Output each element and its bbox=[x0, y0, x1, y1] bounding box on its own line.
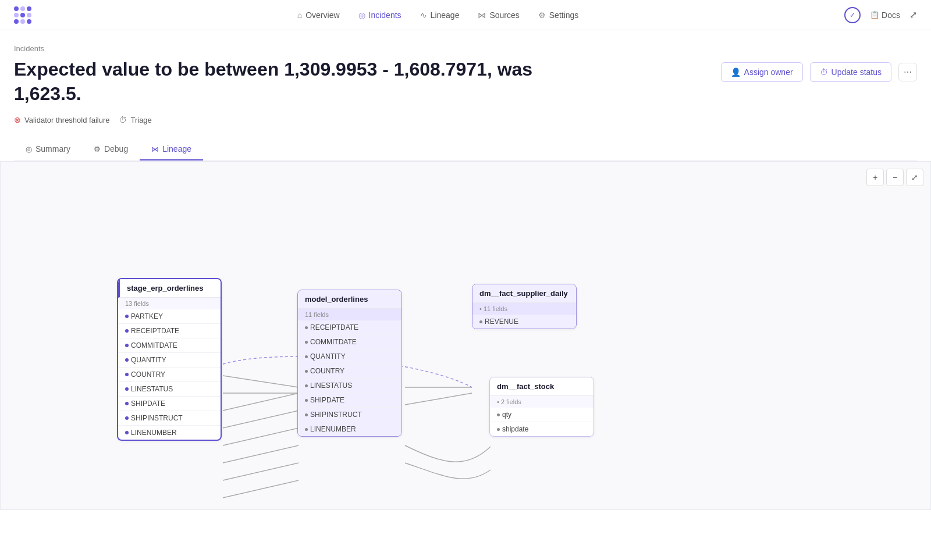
node-field: qty bbox=[490, 408, 594, 422]
bullet-dot2: • bbox=[497, 398, 501, 405]
node-dm-stock-fields-count: • 2 fields bbox=[490, 396, 594, 408]
node-field: RECEIPTDATE bbox=[118, 324, 221, 338]
lineage-canvas[interactable]: + − ⤢ stage_erp_orderlines 13 fields PAR… bbox=[0, 161, 931, 510]
incident-tabs: ◎ Summary ⚙ Debug ⋈ Lineage bbox=[14, 138, 917, 160]
node-field: SHIPDATE bbox=[298, 393, 401, 408]
node-dm-fact-supplier-daily[interactable]: dm__fact_supplier_daily • 11 fields REVE… bbox=[472, 284, 577, 329]
debug-icon: ⚙ bbox=[94, 145, 101, 154]
status-indicator[interactable]: ✓ bbox=[844, 7, 861, 23]
node-field: LINENUMBER bbox=[298, 422, 401, 436]
node-field: COUNTRY bbox=[118, 368, 221, 382]
node-dm-stock-title: dm__fact_stock bbox=[490, 377, 594, 396]
incident-header: Expected value to be between 1,309.9953 … bbox=[14, 58, 917, 106]
node-model-orderlines[interactable]: model_orderlines 11 fields RECEIPTDATE C… bbox=[297, 290, 402, 437]
zoom-in-button[interactable]: + bbox=[866, 169, 884, 186]
fullscreen-button[interactable]: ⤢ bbox=[906, 169, 923, 186]
update-status-icon: ⏱ bbox=[820, 67, 828, 77]
node-field: COMMITDATE bbox=[298, 335, 401, 349]
svg-line-6 bbox=[223, 463, 299, 480]
node-field: COUNTRY bbox=[298, 364, 401, 379]
breadcrumb: Incidents bbox=[14, 44, 917, 53]
nav-links: ⌂ Overview ◎ Incidents ∿ Lineage ⋈ Sourc… bbox=[297, 8, 579, 22]
docs-link[interactable]: 📋 Docs bbox=[870, 10, 900, 20]
node-field: shipdate bbox=[490, 422, 594, 436]
home-icon: ⌂ bbox=[297, 10, 302, 20]
node-model-title: model_orderlines bbox=[298, 290, 401, 309]
error-icon: ⊗ bbox=[14, 115, 21, 124]
tab-lineage[interactable]: ⋈ Lineage bbox=[140, 138, 203, 160]
svg-line-4 bbox=[223, 428, 299, 445]
tab-summary[interactable]: ◎ Summary bbox=[14, 138, 82, 160]
node-field: SHIPINSTRUCT bbox=[298, 408, 401, 422]
clock-icon: ⏱ bbox=[119, 115, 127, 124]
node-field: RECEIPTDATE bbox=[298, 320, 401, 335]
incidents-icon: ◎ bbox=[358, 10, 365, 20]
svg-line-5 bbox=[223, 445, 299, 463]
logo[interactable] bbox=[14, 6, 31, 24]
summary-icon: ◎ bbox=[26, 145, 32, 154]
nav-lineage[interactable]: ∿ Lineage bbox=[420, 8, 460, 22]
node-stage-fields-count: 13 fields bbox=[118, 298, 221, 309]
node-dm-fact-stock[interactable]: dm__fact_stock • 2 fields qty shipdate bbox=[489, 377, 594, 437]
nav-incidents[interactable]: ◎ Incidents bbox=[358, 8, 401, 22]
svg-line-0 bbox=[223, 376, 299, 387]
header-actions: 👤 Assign owner ⏱ Update status ⋯ bbox=[721, 62, 917, 82]
assign-owner-button[interactable]: 👤 Assign owner bbox=[721, 62, 803, 82]
node-field: PARTKEY bbox=[118, 309, 221, 324]
node-model-fields-count: 11 fields bbox=[298, 309, 401, 320]
svg-line-7 bbox=[223, 480, 299, 498]
node-field: QUANTITY bbox=[118, 353, 221, 368]
zoom-out-button[interactable]: − bbox=[886, 169, 904, 186]
logo-icon bbox=[14, 6, 31, 24]
node-dm-supplier-title: dm__fact_supplier_daily bbox=[472, 284, 576, 303]
node-field: LINESTATUS bbox=[118, 382, 221, 397]
node-field: SHIPDATE bbox=[118, 397, 221, 411]
more-options-button[interactable]: ⋯ bbox=[898, 63, 917, 81]
nav-sources[interactable]: ⋈ Sources bbox=[478, 8, 519, 22]
incident-tags: ⊗ Validator threshold failure ⏱ Triage bbox=[14, 115, 917, 124]
settings-icon: ⚙ bbox=[538, 10, 546, 20]
nav-overview[interactable]: ⌂ Overview bbox=[297, 8, 340, 22]
main-content: Incidents Expected value to be between 1… bbox=[0, 30, 931, 160]
svg-line-2 bbox=[223, 393, 299, 411]
svg-line-3 bbox=[223, 411, 299, 428]
node-dm-supplier-fields-count: • 11 fields bbox=[472, 303, 576, 315]
expand-button[interactable]: ⤢ bbox=[909, 9, 917, 20]
nav-right: ✓ 📋 Docs ⤢ bbox=[844, 7, 917, 23]
node-field: REVENUE bbox=[472, 315, 576, 329]
lineage-tab-icon: ⋈ bbox=[151, 145, 159, 154]
assign-owner-icon: 👤 bbox=[731, 67, 741, 77]
triage-tag: ⏱ Triage bbox=[119, 115, 151, 124]
validator-tag: ⊗ Validator threshold failure bbox=[14, 115, 109, 124]
node-field: SHIPINSTRUCT bbox=[118, 411, 221, 426]
sources-icon: ⋈ bbox=[478, 10, 486, 20]
nav-settings[interactable]: ⚙ Settings bbox=[538, 8, 579, 22]
node-field: COMMITDATE bbox=[118, 338, 221, 353]
tab-debug[interactable]: ⚙ Debug bbox=[82, 138, 140, 160]
node-stage-title: stage_erp_orderlines bbox=[118, 279, 221, 298]
node-field: LINENUMBER bbox=[118, 426, 221, 440]
incident-title: Expected value to be between 1,309.9953 … bbox=[14, 58, 538, 106]
node-field: QUANTITY bbox=[298, 349, 401, 364]
update-status-button[interactable]: ⏱ Update status bbox=[810, 62, 891, 82]
node-field: LINESTATUS bbox=[298, 379, 401, 393]
docs-icon: 📋 bbox=[870, 10, 879, 19]
top-nav: ⌂ Overview ◎ Incidents ∿ Lineage ⋈ Sourc… bbox=[0, 0, 931, 30]
canvas-controls: + − ⤢ bbox=[866, 169, 923, 186]
node-stage-erp-orderlines[interactable]: stage_erp_orderlines 13 fields PARTKEY R… bbox=[117, 278, 222, 441]
lineage-icon: ∿ bbox=[420, 10, 427, 20]
svg-line-9 bbox=[405, 393, 472, 405]
more-icon: ⋯ bbox=[904, 67, 912, 77]
bullet-dot: • bbox=[479, 305, 484, 312]
